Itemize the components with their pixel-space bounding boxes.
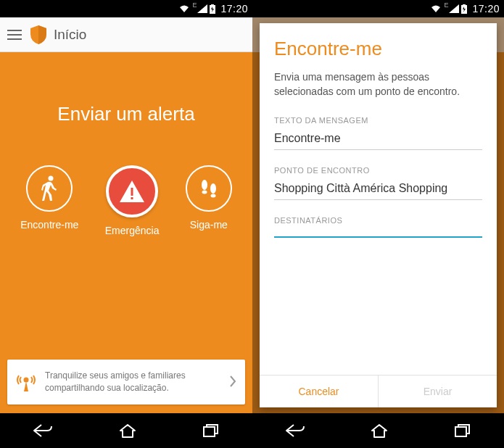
alert-triangle-icon — [106, 165, 158, 217]
app-header: Início — [0, 17, 252, 52]
option-follow-me[interactable]: Siga-me — [186, 165, 232, 236]
send-button[interactable]: Enviar — [379, 376, 497, 407]
option-label: Emergência — [105, 225, 160, 236]
card-text: Tranquilize seus amigos e familiares com… — [45, 370, 220, 394]
recents-button[interactable] — [454, 423, 471, 438]
svg-rect-12 — [463, 4, 466, 5]
dialog-description: Envia uma mensagem às pessoas selecionad… — [274, 70, 482, 99]
cell-signal-icon — [449, 4, 459, 13]
message-input[interactable]: Encontre-me — [274, 129, 482, 150]
dialog-title: Encontre-me — [274, 38, 482, 60]
walk-icon — [26, 165, 73, 212]
hamburger-icon[interactable] — [6, 27, 23, 43]
clock-text: 17:20 — [220, 3, 248, 14]
network-type-label: E — [444, 1, 448, 9]
backdrop: Encontre-me Envia uma mensagem às pessoa… — [252, 17, 504, 413]
battery-icon — [210, 4, 215, 14]
option-emergency[interactable]: Emergência — [105, 165, 160, 236]
home-button[interactable] — [371, 423, 388, 438]
clock-text: 17:20 — [472, 3, 500, 14]
message-field-label: TEXTO DA MENSAGEM — [274, 116, 482, 125]
option-find-me[interactable]: Encontre-me — [20, 165, 78, 236]
network-type-label: E — [192, 1, 197, 9]
page-title: Início — [54, 27, 86, 43]
phone-right: E 17:20 Encontre-me Envia uma mensagem à… — [252, 0, 504, 448]
recipients-field-label: DESTINATÁRIOS — [274, 216, 482, 225]
home-button[interactable] — [119, 423, 136, 438]
place-field-label: PONTO DE ENCONTRO — [274, 166, 482, 175]
modal-overlay: Encontre-me Envia uma mensagem às pessoa… — [252, 17, 504, 413]
alert-options-row: Encontre-me Emergência Siga-me — [0, 165, 252, 236]
cancel-button[interactable]: Cancelar — [260, 376, 379, 407]
back-button[interactable] — [33, 423, 53, 438]
screenshot-pair: E 17:20 Início Enviar um alerta — [0, 0, 504, 448]
find-me-dialog: Encontre-me Envia uma mensagem às pessoa… — [260, 23, 497, 407]
recipients-input[interactable] — [274, 229, 482, 238]
svg-rect-4 — [131, 197, 133, 199]
svg-rect-1 — [211, 4, 214, 5]
dialog-actions: Cancelar Enviar — [260, 375, 497, 407]
battery-icon — [461, 4, 467, 14]
android-nav-bar — [0, 413, 252, 448]
wifi-icon — [178, 4, 190, 13]
svg-rect-3 — [131, 188, 133, 196]
status-bar: E 17:20 — [0, 0, 252, 17]
svg-point-8 — [210, 194, 215, 198]
wifi-icon — [430, 4, 442, 13]
recents-button[interactable] — [202, 423, 220, 438]
svg-point-7 — [210, 183, 216, 194]
dialog-body: Encontre-me Envia uma mensagem às pessoa… — [260, 23, 497, 375]
footsteps-icon — [186, 165, 232, 212]
svg-rect-10 — [204, 427, 215, 436]
location-broadcast-icon — [16, 371, 36, 393]
svg-point-6 — [202, 191, 207, 194]
place-input[interactable]: Shopping Città América Shopping — [274, 179, 482, 200]
android-nav-bar — [252, 413, 504, 448]
status-bar: E 17:20 — [252, 0, 504, 17]
option-label: Encontre-me — [20, 219, 78, 231]
svg-point-5 — [202, 180, 207, 190]
svg-point-2 — [49, 176, 54, 181]
chevron-right-icon — [229, 374, 236, 391]
main-area: Enviar um alerta Encontre-me Emergência — [0, 52, 252, 413]
option-label: Siga-me — [190, 219, 228, 231]
back-button[interactable] — [285, 423, 305, 438]
svg-rect-13 — [455, 427, 466, 436]
app-logo-icon — [30, 25, 46, 44]
share-location-card[interactable]: Tranquilize seus amigos e familiares com… — [7, 360, 245, 405]
cell-signal-icon — [197, 4, 207, 13]
phone-left: E 17:20 Início Enviar um alerta — [0, 0, 252, 448]
alert-heading: Enviar um alerta — [0, 103, 252, 125]
